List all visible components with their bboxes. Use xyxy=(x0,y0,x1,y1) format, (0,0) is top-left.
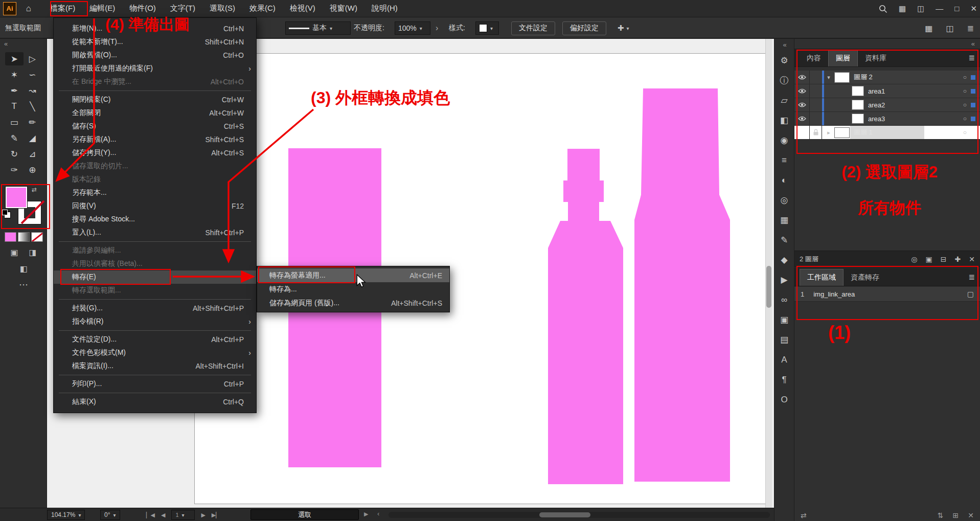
file-menu-item[interactable]: 在 Bridge 中瀏覽... Alt+Ctrl+O › xyxy=(54,75,256,88)
selection-tool[interactable]: ➤ xyxy=(5,52,24,65)
minimize-icon[interactable]: — xyxy=(936,4,943,13)
panel-tab[interactable]: 工作區域 xyxy=(800,269,844,286)
layer-name[interactable]: area1 xyxy=(868,87,885,95)
file-menu-item[interactable]: 轉存(E) › xyxy=(54,270,256,284)
file-menu-item[interactable]: 另存範本... › xyxy=(54,186,256,199)
menubar-item[interactable]: 說明(H) xyxy=(364,0,405,17)
screen-mode-icon[interactable]: ◧ xyxy=(0,264,47,274)
layer-target-icon[interactable]: ○ xyxy=(963,87,971,95)
transform-icon[interactable]: ▱ xyxy=(781,96,787,105)
opentype-icon[interactable]: O xyxy=(781,395,787,404)
eye-icon[interactable] xyxy=(794,84,810,98)
file-menu-item[interactable]: 轉存選取範圍... › xyxy=(54,284,256,297)
paintbrush-tool[interactable]: ✏ xyxy=(24,116,42,129)
artboard-number-dropdown[interactable]: 1 ▾ xyxy=(171,510,195,520)
none-button[interactable] xyxy=(31,232,43,242)
file-menu-item[interactable]: 儲存(S) Ctrl+S › xyxy=(54,120,256,133)
arrange-documents-icon[interactable]: ◫ xyxy=(917,4,924,13)
preferences-button[interactable]: 偏好設定 xyxy=(562,21,606,35)
status-play-icon[interactable]: ▶ xyxy=(364,511,368,517)
new-artboard-icon[interactable]: ⊞ xyxy=(953,511,959,519)
layer-expand-icon[interactable] xyxy=(824,74,833,81)
file-menu-item[interactable]: 另存新檔(A)... Shift+Ctrl+S › xyxy=(54,133,256,146)
gradient-icon[interactable]: ◉ xyxy=(781,136,788,145)
control-menu-icon[interactable]: ≣ xyxy=(967,24,974,33)
draw-normal-icon[interactable]: ▣ xyxy=(10,247,18,257)
snap-options-icon[interactable]: ✚ xyxy=(618,24,624,33)
appearance-icon[interactable]: ◎ xyxy=(781,196,788,205)
stroke-icon[interactable]: ≡ xyxy=(782,156,787,165)
pencil-tool[interactable]: ✎ xyxy=(5,131,24,145)
more-options-chevron[interactable]: › xyxy=(436,17,438,39)
layer-row[interactable]: area2 ○ xyxy=(794,98,980,112)
panel-tab[interactable]: 內容 xyxy=(800,50,828,66)
magic-wand-tool[interactable]: ✶ xyxy=(5,68,24,81)
rectangle-tool[interactable]: ▭ xyxy=(5,116,24,129)
type-tool[interactable]: T xyxy=(5,100,24,113)
file-menu-item[interactable]: 儲存拷貝(Y)... Alt+Ctrl+S › xyxy=(54,146,256,160)
panel-tab[interactable]: 資料庫 xyxy=(858,50,894,66)
restore-icon[interactable]: □ xyxy=(954,4,959,13)
color-icon[interactable]: ◧ xyxy=(780,116,788,125)
layer-expand-icon[interactable] xyxy=(824,129,833,136)
layer-thumbnail[interactable] xyxy=(852,100,864,110)
rotation-dropdown[interactable]: 0° ▾ xyxy=(100,510,120,520)
artboard-row[interactable]: 1 img_link_area ▢ xyxy=(794,287,980,302)
file-menu-item[interactable]: 封裝(G)... Alt+Shift+Ctrl+P › xyxy=(54,302,256,315)
delete-layer-icon[interactable]: ✕ xyxy=(969,255,975,263)
close-icon[interactable]: ✕ xyxy=(970,4,977,13)
panel-columns-icon[interactable]: ◫ xyxy=(946,24,953,33)
paragraph-icon[interactable]: ¶ xyxy=(782,375,786,384)
scale-tool[interactable]: ⊿ xyxy=(24,147,42,161)
layer-row[interactable]: 圖層 2 ○ xyxy=(794,71,980,84)
lock-icon[interactable] xyxy=(810,126,822,139)
file-menu-item[interactable]: 文件色彩模式(M) › xyxy=(54,346,256,359)
line-tool[interactable]: ╲ xyxy=(24,100,42,113)
menubar-item[interactable]: 視窗(W) xyxy=(323,0,364,17)
links-icon[interactable]: ∞ xyxy=(781,296,787,304)
draw-behind-icon[interactable]: ◨ xyxy=(29,247,36,257)
layer-name[interactable]: area3 xyxy=(868,115,885,123)
vertical-scrollbar-thumb[interactable] xyxy=(766,266,771,308)
home-icon[interactable]: ⌂ xyxy=(21,4,36,14)
menubar-item[interactable]: 效果(C) xyxy=(242,0,283,17)
style-swatch-dropdown[interactable]: ▾ xyxy=(475,21,499,35)
status-back-chevron[interactable]: ‹ xyxy=(377,510,379,517)
layer-row[interactable]: area3 ○ xyxy=(794,112,980,126)
layer-thumbnail[interactable] xyxy=(852,86,864,96)
file-menu-item[interactable]: 搜尋 Adobe Stock... › xyxy=(54,213,256,226)
new-layer-icon[interactable]: ✚ xyxy=(955,255,961,263)
expand-panels-icon[interactable]: « xyxy=(774,41,795,49)
brushes-icon[interactable]: ✎ xyxy=(781,236,788,244)
layer-name[interactable]: 圖層 2 xyxy=(854,73,873,82)
document-setup-button[interactable]: 文件設定 xyxy=(511,21,555,35)
file-menu-item[interactable]: 共用以供審核 (Beta)... › xyxy=(54,257,256,270)
first-artboard-icon[interactable]: ▏◀ xyxy=(146,512,155,518)
export-submenu-item[interactable]: 儲存為網頁用 (舊版)... Alt+Shift+Ctrl+S xyxy=(257,296,449,310)
direct-selection-tool[interactable]: ▷ xyxy=(24,52,42,65)
info-icon[interactable]: ⓘ xyxy=(780,76,789,85)
file-menu-item[interactable]: 檔案資訊(I)... Alt+Shift+Ctrl+I › xyxy=(54,359,256,373)
fill-color-swatch[interactable] xyxy=(5,186,28,209)
file-menu-item[interactable]: 文件設定(D)... Alt+Ctrl+P › xyxy=(54,333,256,346)
actions-play-icon[interactable]: ▶ xyxy=(781,276,787,284)
file-menu-item[interactable]: 版本記錄 › xyxy=(54,173,256,186)
file-menu-item[interactable]: 指令檔(R) › xyxy=(54,315,256,328)
layer-thumbnail[interactable] xyxy=(834,72,850,83)
default-fill-stroke-icon[interactable] xyxy=(4,212,11,218)
menubar-item[interactable]: 編輯(E) xyxy=(82,0,122,17)
swatches-icon[interactable]: ▦ xyxy=(780,216,788,224)
layer-target-icon[interactable]: ○ xyxy=(963,74,971,81)
layer-thumbnail[interactable] xyxy=(852,114,864,124)
previous-artboard-icon[interactable]: ◀ xyxy=(161,512,165,518)
file-menu-item[interactable]: 儲存選取的切片... › xyxy=(54,160,256,173)
eye-icon[interactable] xyxy=(794,126,810,139)
eraser-tool[interactable]: ◢ xyxy=(24,131,42,145)
layer-thumbnail[interactable] xyxy=(834,127,850,138)
file-menu-item[interactable]: 打開最近使用過的檔案(F) › xyxy=(54,62,256,75)
collapse-panels-icon[interactable]: « xyxy=(971,40,975,48)
panel-tab[interactable]: 圖層 xyxy=(828,50,858,66)
export-updown-icon[interactable]: ⇅ xyxy=(938,511,944,519)
file-menu-item[interactable]: 邀請參與編輯... › xyxy=(54,244,256,257)
resize-panel-icon[interactable]: ⇄ xyxy=(801,511,807,519)
